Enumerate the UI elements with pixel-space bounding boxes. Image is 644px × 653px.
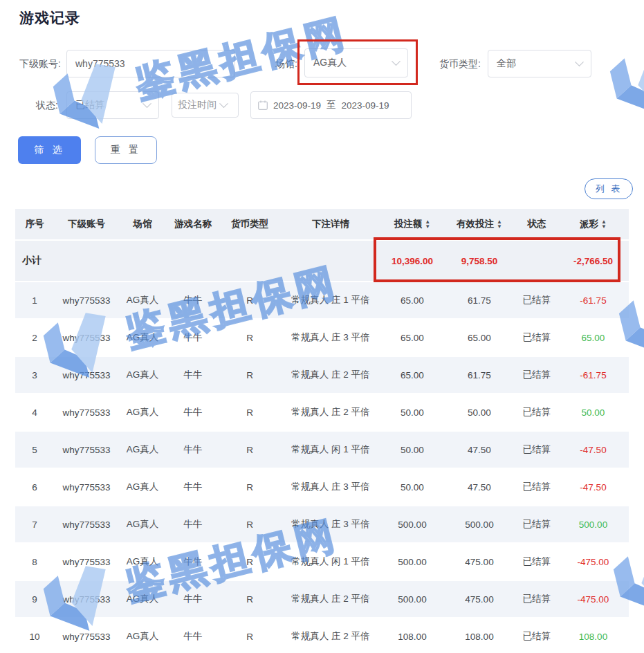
date-end: 2023-09-19 — [342, 100, 389, 111]
sort-icon[interactable]: ▲▼ — [497, 220, 502, 229]
cell-valid-bet: 61.75 — [443, 282, 516, 318]
cell-no: 3 — [15, 357, 54, 393]
cell-status: 已结算 — [516, 618, 558, 653]
cell-valid-bet: 47.50 — [443, 469, 516, 505]
column-header: 投注额 ▲▼ — [382, 209, 443, 239]
cell-bet-detail: 常规真人 庄 2 平倍 — [279, 394, 382, 430]
cell-currency: R — [220, 432, 279, 468]
cell-currency: R — [220, 282, 279, 318]
cell-account: why775533 — [54, 618, 119, 653]
cell-game: 牛牛 — [166, 544, 220, 580]
table-body: 小计 10,396.00 9,758.50 -2,766.50 1 why775… — [15, 241, 629, 653]
status-select[interactable]: 已结算 — [66, 91, 159, 119]
cell-game: 牛牛 — [166, 320, 220, 356]
cell-venue: AG真人 — [119, 432, 166, 468]
account-input[interactable]: why775533 — [66, 50, 235, 77]
cell-bet-detail: 常规真人 庄 2 平倍 — [279, 357, 382, 393]
cell-venue: AG真人 — [119, 282, 166, 318]
cell-currency: R — [220, 544, 279, 580]
list-view-button[interactable]: 列 表 — [585, 178, 633, 199]
column-header-label: 序号 — [26, 218, 44, 230]
column-header: 序号 — [15, 209, 54, 239]
sort-icon[interactable]: ▲▼ — [425, 220, 430, 229]
cell-valid-bet: 61.75 — [443, 357, 516, 393]
cell-bet-amount: 108.00 — [382, 618, 443, 653]
column-header-label: 游戏名称 — [174, 218, 212, 230]
cell-bet-amount: 50.00 — [382, 394, 443, 430]
cell-currency: R — [220, 506, 279, 542]
cell-venue: AG真人 — [119, 320, 166, 356]
cell-payout: -61.75 — [558, 282, 629, 318]
table-row: 6 why775533 AG真人 牛牛 R 常规真人 庄 3 平倍 50.00 … — [15, 469, 629, 505]
filter-button[interactable]: 筛 选 — [18, 136, 81, 164]
cell-currency: R — [220, 320, 279, 356]
cell-status: 已结算 — [516, 469, 558, 505]
cell-payout: 500.00 — [558, 506, 629, 542]
column-header-label: 场馆 — [134, 218, 152, 230]
cell-status: 已结算 — [516, 394, 558, 430]
cell-bet-detail: 常规真人 庄 3 平倍 — [279, 506, 382, 542]
date-range-picker[interactable]: 2023-09-19 至 2023-09-19 — [250, 91, 412, 119]
cell-valid-bet: 108.00 — [443, 618, 516, 653]
cell-account: why775533 — [54, 432, 119, 468]
cell-game: 牛牛 — [166, 282, 220, 318]
cell-payout: -61.75 — [558, 357, 629, 393]
column-header-label: 状态 — [528, 218, 546, 230]
cell-venue: AG真人 — [119, 618, 166, 653]
cell-valid-bet: 475.00 — [443, 581, 516, 617]
table-row: 2 why775533 AG真人 牛牛 R 常规真人 庄 3 平倍 65.00 … — [15, 320, 629, 356]
cell-payout: -475.00 — [558, 544, 629, 580]
table-row: 5 why775533 AG真人 牛牛 R 常规真人 闲 1 平倍 50.00 … — [15, 432, 629, 468]
cell-bet-detail: 常规真人 闲 1 平倍 — [279, 544, 382, 580]
cell-game: 牛牛 — [166, 469, 220, 505]
table-row: 7 why775533 AG真人 牛牛 R 常规真人 庄 3 平倍 500.00… — [15, 506, 629, 542]
watermark — [602, 40, 644, 122]
cell-bet-amount: 500.00 — [382, 506, 443, 542]
cell-bet-detail: 常规真人 庄 2 平倍 — [279, 618, 382, 653]
column-header: 场馆 — [119, 209, 166, 239]
page-title: 游戏记录 — [19, 8, 80, 28]
reset-button[interactable]: 重 置 — [95, 136, 157, 164]
cell-currency: R — [220, 581, 279, 617]
cell-venue: AG真人 — [119, 469, 166, 505]
date-start: 2023-09-19 — [273, 100, 321, 111]
column-header-label: 下级账号 — [68, 218, 105, 230]
cell-no: 4 — [15, 394, 54, 430]
cell-bet-amount: 500.00 — [382, 544, 443, 580]
column-header-label: 货币类型 — [231, 218, 268, 230]
cell-venue: AG真人 — [119, 581, 166, 617]
cell-game: 牛牛 — [166, 618, 220, 653]
cell-account: why775533 — [54, 506, 119, 542]
cell-bet-detail: 常规真人 庄 3 平倍 — [279, 469, 382, 505]
cell-payout: -475.00 — [558, 581, 629, 617]
column-header: 有效投注 ▲▼ — [443, 209, 516, 239]
subtotal-label: 小计 — [15, 241, 54, 281]
venue-select[interactable]: AG真人 — [304, 48, 408, 77]
cell-bet-amount: 50.00 — [382, 469, 443, 505]
subtotal-payout: -2,766.50 — [558, 241, 629, 281]
game-records-table: 序号 下级账号 场馆 游戏名称 货币类型 — [15, 208, 629, 653]
cell-game: 牛牛 — [166, 357, 220, 393]
cell-venue: AG真人 — [119, 394, 166, 430]
chevron-down-icon — [575, 57, 584, 66]
table-row: 1 why775533 AG真人 牛牛 R 常规真人 庄 1 平倍 65.00 … — [15, 282, 629, 318]
cell-game: 牛牛 — [166, 506, 220, 542]
currency-select[interactable]: 全部 — [488, 50, 591, 77]
cell-valid-bet: 475.00 — [443, 544, 516, 580]
cell-no: 1 — [15, 282, 54, 318]
cell-bet-amount: 65.00 — [382, 320, 443, 356]
cell-payout: 65.00 — [558, 320, 629, 356]
table-row: 3 why775533 AG真人 牛牛 R 常规真人 庄 2 平倍 65.00 … — [15, 357, 629, 393]
bet-time-type-select[interactable]: 投注时间 — [172, 93, 239, 118]
venue-select-value: AG真人 — [313, 57, 347, 69]
cell-currency: R — [220, 469, 279, 505]
table-row: 4 why775533 AG真人 牛牛 R 常规真人 庄 2 平倍 50.00 … — [15, 394, 629, 430]
cell-no: 8 — [15, 544, 54, 580]
subtotal-valid-bet: 9,758.50 — [443, 241, 516, 281]
cell-game: 牛牛 — [166, 432, 220, 468]
sort-icon[interactable]: ▲▼ — [601, 220, 607, 229]
cell-no: 9 — [15, 581, 54, 617]
column-header: 货币类型 — [220, 209, 279, 239]
currency-label: 货币类型: — [439, 50, 481, 77]
column-header: 下注详情 — [279, 209, 382, 239]
